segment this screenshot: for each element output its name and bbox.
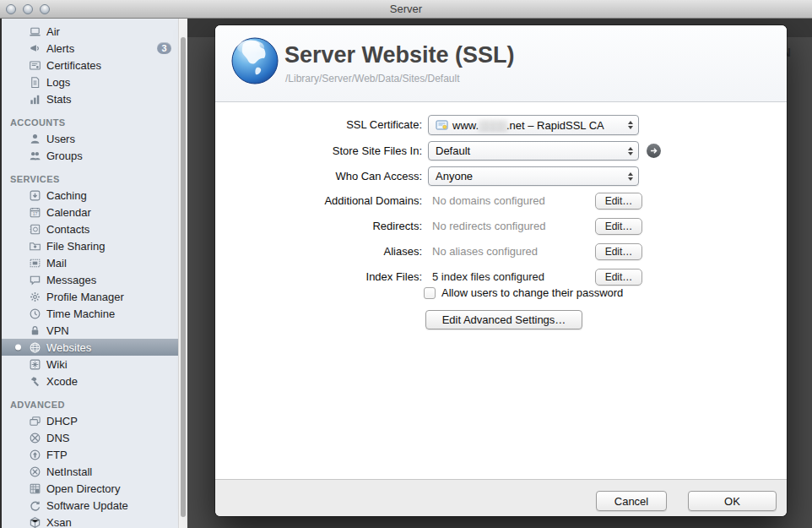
who-can-access-popup[interactable]: Anyone bbox=[428, 166, 639, 186]
sidebar-item-label: FTP bbox=[46, 449, 68, 461]
index-files-label: Index Files: bbox=[215, 269, 422, 286]
sidebar-item-caching[interactable]: Caching bbox=[2, 187, 178, 204]
ssl-certificate-value: www.▒▒▒▒.net – RapidSSL CA bbox=[452, 119, 604, 132]
sidebar-item-label: Xcode bbox=[46, 375, 78, 388]
log-icon bbox=[28, 75, 41, 89]
sidebar-item-label: Profile Manager bbox=[46, 291, 124, 303]
sidebar-item-label: Air bbox=[46, 25, 60, 38]
megaphone-icon bbox=[28, 41, 41, 55]
certificate-icon bbox=[28, 58, 41, 72]
index-files-value: 5 index files configured bbox=[432, 269, 544, 286]
window-title: Server bbox=[0, 0, 812, 18]
scrollbar-thumb[interactable] bbox=[181, 37, 186, 517]
sidebar-scrollbar[interactable] bbox=[178, 19, 187, 528]
sidebar-item-calendar[interactable]: 17Calendar bbox=[2, 204, 178, 220]
sidebar-item-users[interactable]: Users bbox=[2, 130, 178, 147]
dns-icon bbox=[28, 431, 41, 444]
ftp-icon bbox=[28, 448, 41, 461]
sidebar-item-label: DHCP bbox=[46, 415, 78, 427]
user-icon bbox=[28, 132, 41, 145]
sidebar-item-label: Caching bbox=[46, 189, 87, 202]
sheet-header: Server Website (SSL) /Library/Server/Web… bbox=[215, 25, 787, 102]
sidebar-item-label: Xsan bbox=[46, 516, 72, 528]
sidebar-item-time-machine[interactable]: Time Machine bbox=[2, 305, 178, 322]
redirects-label: Redirects: bbox=[215, 218, 422, 235]
edit-index-files-button[interactable]: Edit… bbox=[595, 269, 642, 286]
open-directory-icon bbox=[28, 482, 41, 495]
sidebar-item-open-directory[interactable]: Open Directory bbox=[2, 480, 178, 497]
sidebar-item-label: Logs bbox=[46, 76, 70, 89]
store-site-files-popup[interactable]: Default bbox=[428, 141, 639, 161]
sidebar-item-profile-manager[interactable]: Profile Manager bbox=[2, 288, 178, 305]
xsan-icon bbox=[28, 515, 41, 528]
allow-password-change-checkbox[interactable] bbox=[424, 287, 436, 299]
sidebar-item-xcode[interactable]: Xcode bbox=[2, 373, 178, 389]
sidebar-item-software-update[interactable]: Software Update bbox=[2, 497, 178, 514]
sidebar-section-header: SERVICES bbox=[2, 171, 178, 187]
sidebar-item-ftp[interactable]: FTP bbox=[2, 446, 178, 463]
sidebar-item-alerts[interactable]: Alerts3 bbox=[2, 40, 178, 57]
sidebar-item-label: Stats bbox=[46, 93, 72, 106]
minimize-button[interactable] bbox=[23, 4, 33, 14]
hammer-icon bbox=[28, 374, 41, 388]
sidebar-item-websites[interactable]: Websites bbox=[2, 339, 178, 356]
sidebar-item-label: Groups bbox=[46, 150, 83, 162]
window-titlebar: Server bbox=[0, 0, 812, 19]
sidebar-item-certificates[interactable]: Certificates bbox=[2, 57, 178, 73]
additional-domains-label: Additional Domains: bbox=[215, 193, 422, 210]
software-update-icon bbox=[28, 498, 41, 512]
group-icon bbox=[28, 149, 41, 162]
ssl-certificate-popup[interactable]: www.▒▒▒▒.net – RapidSSL CA bbox=[428, 115, 639, 135]
redacted-domain: ▒▒▒▒ bbox=[479, 119, 506, 132]
sidebar-item-label: VPN bbox=[46, 324, 69, 337]
running-indicator bbox=[15, 345, 21, 351]
sidebar-item-vpn[interactable]: VPN bbox=[2, 322, 178, 339]
close-button[interactable] bbox=[6, 4, 16, 14]
sidebar-item-wiki[interactable]: Wiki bbox=[2, 356, 178, 373]
mail-icon bbox=[28, 256, 41, 269]
go-to-folder-button[interactable] bbox=[647, 144, 661, 158]
edit-advanced-settings-button[interactable]: Edit Advanced Settings… bbox=[425, 310, 582, 329]
popup-arrows-icon bbox=[628, 147, 633, 155]
sidebar-item-file-sharing[interactable]: File Sharing bbox=[2, 237, 178, 254]
ssl-certificate-label: SSL Certificate: bbox=[215, 115, 422, 134]
cancel-button[interactable]: Cancel bbox=[596, 491, 667, 511]
sidebar-item-dns[interactable]: DNS bbox=[2, 429, 178, 446]
arrow-right-icon bbox=[648, 145, 659, 156]
sidebar-item-label: Messages bbox=[46, 274, 96, 286]
stats-icon bbox=[28, 92, 41, 106]
time-machine-icon bbox=[28, 307, 41, 320]
sidebar-section-header: ADVANCED bbox=[2, 397, 178, 412]
sidebar-item-dhcp[interactable]: DHCP bbox=[2, 412, 178, 429]
sidebar-item-netinstall[interactable]: NetInstall bbox=[2, 463, 178, 480]
sidebar-item-mail[interactable]: Mail bbox=[2, 254, 178, 271]
sidebar-item-logs[interactable]: Logs bbox=[2, 73, 178, 90]
zoom-button[interactable] bbox=[40, 4, 50, 14]
sidebar-item-air[interactable]: Air bbox=[2, 23, 178, 40]
caching-icon bbox=[28, 188, 41, 202]
sidebar: AirAlerts3CertificatesLogsStatsACCOUNTSU… bbox=[0, 19, 187, 528]
sidebar-item-xsan[interactable]: Xsan bbox=[2, 514, 178, 528]
certificate-file-icon bbox=[436, 119, 448, 132]
website-settings-sheet: Server Website (SSL) /Library/Server/Web… bbox=[215, 25, 787, 516]
profile-manager-icon bbox=[28, 290, 41, 303]
sidebar-item-messages[interactable]: Messages bbox=[2, 271, 178, 288]
alerts-count-badge: 3 bbox=[157, 42, 171, 54]
sidebar-item-stats[interactable]: Stats bbox=[2, 90, 178, 107]
edit-redirects-button[interactable]: Edit… bbox=[595, 218, 642, 235]
netinstall-icon bbox=[28, 465, 41, 478]
store-site-files-value: Default bbox=[436, 144, 470, 157]
traffic-lights bbox=[6, 4, 50, 14]
edit-aliases-button[interactable]: Edit… bbox=[595, 243, 642, 260]
edit-additional-domains-button[interactable]: Edit… bbox=[595, 193, 642, 210]
sidebar-item-contacts[interactable]: Contacts bbox=[2, 220, 178, 237]
sidebar-item-groups[interactable]: Groups bbox=[2, 147, 178, 164]
sidebar-item-label: NetInstall bbox=[46, 465, 92, 478]
sidebar-item-label: Certificates bbox=[46, 59, 101, 72]
sheet-path: /Library/Server/Web/Data/Sites/Default bbox=[285, 73, 460, 84]
ok-button[interactable]: OK bbox=[688, 491, 777, 511]
sheet-footer: Cancel OK bbox=[215, 479, 787, 516]
additional-domains-value: No domains configured bbox=[432, 193, 545, 210]
laptop-icon bbox=[28, 24, 41, 38]
allow-password-change-label[interactable]: Allow users to change their password bbox=[441, 286, 623, 300]
